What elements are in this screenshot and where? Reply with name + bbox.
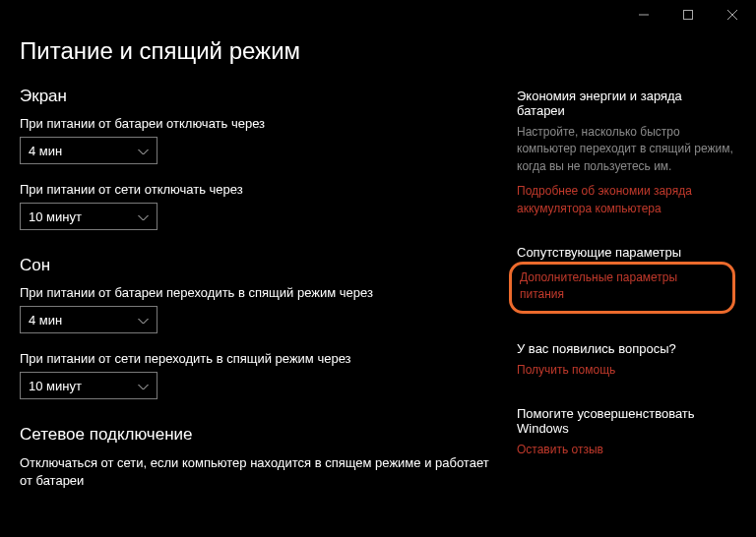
main-panel: Питание и спящий режим Экран При питании…: [20, 37, 517, 515]
chevron-down-icon: [138, 313, 149, 328]
screen-section: Экран При питании от батареи отключать ч…: [20, 87, 497, 230]
energy-title: Экономия энергии и заряда батареи: [517, 89, 733, 118]
dropdown-value: 10 минут: [29, 379, 82, 393]
close-button[interactable]: [710, 0, 754, 30]
screen-ac-dropdown[interactable]: 10 минут: [20, 203, 158, 230]
screen-battery-dropdown[interactable]: 4 мин: [20, 137, 158, 164]
dropdown-value: 10 минут: [29, 209, 82, 224]
network-section: Сетевое подключение Отключаться от сети,…: [20, 425, 497, 490]
network-heading: Сетевое подключение: [20, 425, 497, 445]
additional-power-link[interactable]: Дополнительные параметры питания: [520, 269, 724, 304]
highlight-annotation: Дополнительные параметры питания: [509, 262, 735, 314]
sleep-section: Сон При питании от батареи переходить в …: [20, 256, 497, 399]
screen-heading: Экран: [20, 87, 497, 106]
side-panel: Экономия энергии и заряда батареи Настро…: [517, 37, 733, 515]
sleep-heading: Сон: [20, 256, 497, 275]
dropdown-value: 4 мин: [29, 313, 62, 328]
chevron-down-icon: [138, 209, 149, 224]
chevron-down-icon: [138, 379, 149, 393]
network-desc: Отключаться от сети, если компьютер нахо…: [20, 454, 497, 490]
screen-battery-label: При питании от батареи отключать через: [20, 116, 497, 131]
titlebar: [0, 0, 756, 30]
sleep-battery-label: При питании от батареи переходить в спящ…: [20, 285, 497, 300]
dropdown-value: 4 мин: [29, 144, 62, 158]
related-title: Сопутствующие параметры: [517, 245, 733, 260]
related-block: Сопутствующие параметры Дополнительные п…: [517, 245, 733, 314]
improve-title: Помогите усовершенствовать Windows: [517, 406, 733, 436]
get-help-link[interactable]: Получить помощь: [517, 362, 733, 379]
questions-block: У вас появились вопросы? Получить помощь: [517, 341, 733, 379]
minimize-button[interactable]: [621, 0, 665, 30]
page-title: Питание и спящий режим: [20, 37, 497, 65]
sleep-battery-dropdown[interactable]: 4 мин: [20, 306, 158, 333]
improve-block: Помогите усовершенствовать Windows Остав…: [517, 406, 733, 458]
energy-desc: Настройте, насколько быстро компьютер пе…: [517, 124, 733, 175]
energy-block: Экономия энергии и заряда батареи Настро…: [517, 89, 733, 217]
chevron-down-icon: [138, 144, 149, 158]
maximize-button[interactable]: [665, 0, 710, 30]
energy-link[interactable]: Подробнее об экономии заряда аккумулятор…: [517, 183, 733, 217]
svg-rect-1: [683, 11, 692, 20]
sleep-ac-label: При питании от сети переходить в спящий …: [20, 351, 497, 366]
questions-title: У вас появились вопросы?: [517, 341, 733, 356]
feedback-link[interactable]: Оставить отзыв: [517, 442, 733, 458]
screen-ac-label: При питании от сети отключать через: [20, 182, 497, 197]
sleep-ac-dropdown[interactable]: 10 минут: [20, 372, 158, 399]
